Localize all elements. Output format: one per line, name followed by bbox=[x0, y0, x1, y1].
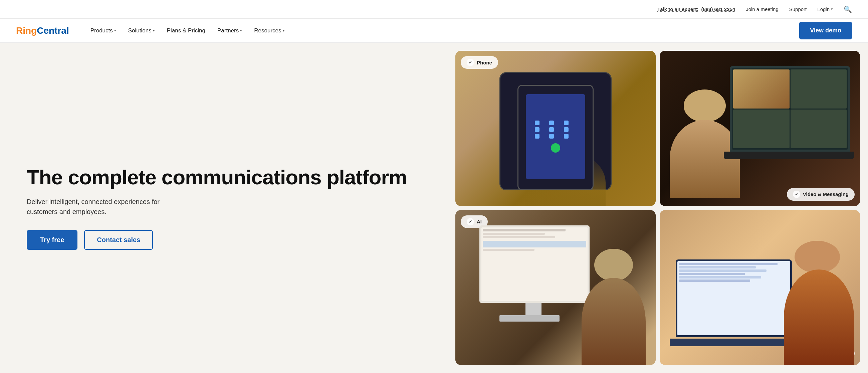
nav-plans-label: Plans & Pricing bbox=[167, 27, 205, 34]
expert-label: Talk to an expert: (888) 681 2254 bbox=[657, 6, 735, 12]
ai-badge-label: AI bbox=[477, 219, 482, 224]
nav-solutions-label: Solutions bbox=[128, 27, 152, 34]
solutions-chevron-icon: ▾ bbox=[153, 28, 155, 33]
nav-bar: RingCentral Products ▾ Solutions ▾ Plans… bbox=[0, 19, 868, 43]
logo-central: Central bbox=[37, 25, 69, 36]
nav-item-resources[interactable]: Resources ▾ bbox=[249, 25, 290, 37]
hero-buttons: Try free Contact sales bbox=[27, 230, 431, 250]
logo[interactable]: RingCentral bbox=[16, 25, 69, 36]
resources-chevron-icon: ▾ bbox=[283, 28, 285, 33]
expert-text: Talk to an expert: bbox=[657, 6, 699, 12]
nav-resources-label: Resources bbox=[254, 27, 281, 34]
hero-subtitle: Deliver intelligent, connected experienc… bbox=[27, 197, 187, 217]
nav-item-solutions[interactable]: Solutions ▾ bbox=[123, 25, 160, 37]
view-demo-button[interactable]: View demo bbox=[799, 22, 852, 39]
login-button[interactable]: Login ▾ bbox=[817, 6, 833, 12]
top-bar: Talk to an expert: (888) 681 2254 Join a… bbox=[0, 0, 868, 19]
contact-center-card: ✓ Contact center bbox=[660, 210, 860, 365]
nav-partners-label: Partners bbox=[217, 27, 239, 34]
video-card: ✓ Video & Messaging bbox=[660, 51, 860, 206]
partners-chevron-icon: ▾ bbox=[240, 28, 242, 33]
hero-content: The complete communications platform Del… bbox=[0, 43, 452, 373]
video-badge-label: Video & Messaging bbox=[803, 191, 849, 197]
try-free-button[interactable]: Try free bbox=[27, 230, 78, 250]
video-badge: ✓ Video & Messaging bbox=[787, 188, 855, 201]
ai-card: ✓ AI bbox=[455, 210, 656, 365]
login-label: Login bbox=[817, 6, 830, 12]
search-icon[interactable]: 🔍 bbox=[844, 5, 852, 13]
nav-links: Products ▾ Solutions ▾ Plans & Pricing P… bbox=[85, 25, 800, 37]
nav-item-partners[interactable]: Partners ▾ bbox=[212, 25, 247, 37]
video-badge-check-icon: ✓ bbox=[793, 191, 800, 198]
products-chevron-icon: ▾ bbox=[114, 28, 116, 33]
hero-image-grid: ✓ Phone bbox=[452, 43, 868, 373]
support-link[interactable]: Support bbox=[789, 6, 807, 12]
phone-badge-check-icon: ✓ bbox=[467, 59, 474, 66]
phone-badge-label: Phone bbox=[477, 60, 492, 65]
hero-title: The complete communications platform bbox=[27, 166, 431, 189]
ai-badge-check-icon: ✓ bbox=[467, 218, 474, 225]
login-chevron-icon: ▾ bbox=[831, 7, 833, 11]
logo-ring: Ring bbox=[16, 25, 37, 36]
phone-card: ✓ Phone bbox=[455, 51, 656, 206]
hero-section: The complete communications platform Del… bbox=[0, 43, 868, 373]
nav-products-label: Products bbox=[90, 27, 113, 34]
phone-badge: ✓ Phone bbox=[461, 56, 498, 69]
contact-sales-button[interactable]: Contact sales bbox=[84, 230, 153, 250]
nav-item-plans-pricing[interactable]: Plans & Pricing bbox=[162, 25, 211, 37]
join-meeting-link[interactable]: Join a meeting bbox=[746, 6, 778, 12]
nav-item-products[interactable]: Products ▾ bbox=[85, 25, 122, 37]
phone-number[interactable]: (888) 681 2254 bbox=[701, 6, 735, 12]
